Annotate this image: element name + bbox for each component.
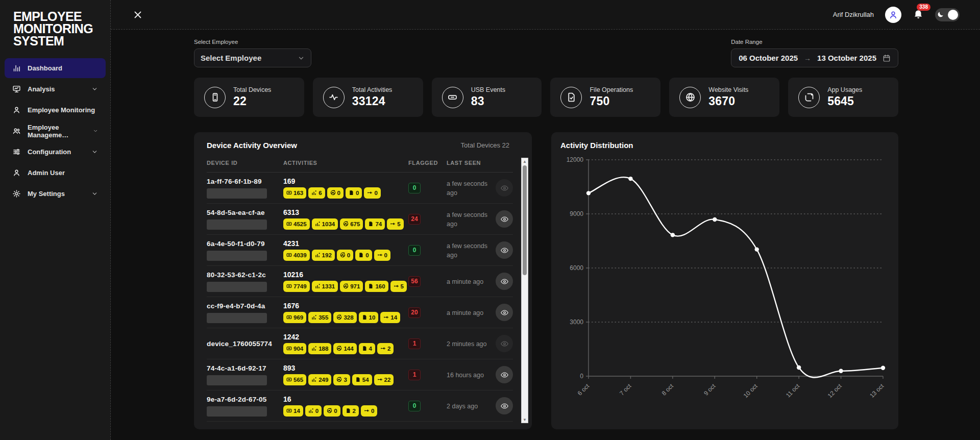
eye-icon: [500, 402, 509, 410]
table-row: 6a-4e-50-f1-d0-79423140391920000a few se…: [207, 235, 513, 266]
activities-total: 893: [283, 364, 408, 372]
stat-label: Total Devices: [233, 86, 271, 93]
pulse-icon: [323, 87, 345, 108]
sidebar-item-analysis[interactable]: Analysis: [5, 79, 106, 99]
sidebar-item-my-settings[interactable]: My Settings: [5, 184, 106, 204]
badge-value: 2: [387, 346, 390, 352]
stat-text: Total Activities33124: [352, 86, 393, 108]
actions-cell: [496, 335, 513, 352]
person-icon: [12, 168, 21, 177]
column-header-activities: Activities: [283, 160, 408, 166]
eye-icon: [500, 308, 509, 317]
actions-cell: [496, 397, 513, 414]
device-id: 54-8d-5a-ea-cf-ae: [207, 209, 283, 216]
view-device-button[interactable]: [496, 273, 513, 290]
keystrokes-badge: 4525: [283, 218, 310, 230]
activities-cell: 10216774913319711605: [283, 271, 408, 292]
chart-point[interactable]: [755, 247, 759, 251]
chart-point[interactable]: [586, 191, 591, 195]
sidebar-item-admin-user[interactable]: Admin User: [5, 163, 106, 183]
view-device-button[interactable]: [496, 366, 513, 383]
sliders-icon: [12, 148, 21, 156]
badge-value: 0: [365, 252, 369, 258]
keystrokes-icon: [286, 219, 292, 229]
badge-value: 249: [318, 377, 328, 383]
notification-badge: 338: [917, 4, 930, 11]
website-badge: 3: [333, 374, 350, 385]
activity-line-chart: 0300060009000120006 oct7 oct8 oct9 oct10…: [560, 152, 889, 418]
actions-cell: [496, 366, 513, 383]
last-seen-text: a few seconds ago: [447, 180, 487, 197]
chart-point[interactable]: [881, 366, 885, 370]
theme-toggle[interactable]: [935, 8, 960, 21]
activities-cell: 1691636000: [283, 177, 408, 199]
device-id-cell: 6a-4e-50-f1-d0-79: [207, 240, 283, 261]
stat-value: 33124: [352, 94, 393, 108]
flagged-cell: 0: [408, 401, 447, 411]
view-device-button[interactable]: [496, 241, 513, 259]
app-usage-icon: [311, 313, 317, 322]
axis-tick-label: 12 oct: [826, 382, 843, 399]
flagged-badge: 56: [408, 276, 421, 287]
sidebar-item-label: Dashboard: [28, 64, 62, 72]
scrollbar-thumb[interactable]: [523, 165, 527, 275]
table-row: 1a-ff-76-6f-1b-8916916360000a few second…: [207, 173, 513, 204]
device-id-cell: cc-f9-e4-b7-0d-4a: [207, 302, 283, 323]
usb-badge: 5: [387, 218, 403, 230]
sidebar-item-employee-manageme[interactable]: Employee Manageme…: [5, 121, 106, 141]
person-icon: [12, 106, 21, 114]
website-badge: 0: [337, 250, 353, 261]
device-id-cell: 80-32-53-62-c1-2c: [207, 271, 283, 292]
scroll-down-arrow[interactable]: ▼: [522, 417, 528, 423]
globe-icon: [679, 87, 701, 108]
table-row: 80-32-53-62-c1-2c1021677491331971160556a…: [207, 266, 513, 297]
keystrokes-badge: 565: [283, 374, 306, 385]
view-device-button[interactable]: [496, 335, 513, 352]
chevron-down-icon: [91, 190, 98, 197]
app-usage-icon: [311, 344, 317, 353]
file-badge: 0: [346, 187, 362, 199]
sidebar-item-dashboard[interactable]: Dashboard: [5, 58, 106, 78]
last-seen-text: a minute ago: [447, 278, 483, 285]
device-id-cell: 9e-a7-6d-2d-67-05: [207, 396, 283, 417]
last-seen-text: a few seconds ago: [447, 242, 487, 259]
usb-badge: 0: [364, 187, 380, 199]
sidebar-item-employee-monitoring[interactable]: Employee Monitoring: [5, 100, 106, 120]
usb-badge: 22: [374, 374, 394, 385]
chart-point[interactable]: [628, 177, 632, 181]
chart-point[interactable]: [713, 217, 717, 222]
chart-point[interactable]: [671, 233, 675, 237]
website-icon: [327, 406, 332, 415]
app-usage-badge: 6: [308, 187, 325, 199]
keystrokes-badge: 969: [283, 312, 306, 323]
sidebar-item-configuration[interactable]: Configuration: [5, 142, 106, 162]
badge-value: 5: [401, 283, 404, 289]
axis-tick-label: 6000: [570, 264, 583, 272]
website-badge: 0: [324, 405, 340, 417]
badge-value: 74: [375, 221, 382, 227]
employee-name-placeholder: [207, 219, 267, 230]
calendar-icon: [883, 54, 891, 62]
view-device-button[interactable]: [496, 210, 513, 228]
activities-total: 1242: [283, 333, 408, 341]
file-check-icon: [560, 87, 582, 108]
activities-cell: 16769693553281014: [283, 302, 408, 323]
table-scrollbar[interactable]: ▲ ▼: [521, 158, 528, 423]
scroll-up-arrow[interactable]: ▲: [522, 158, 528, 164]
view-device-button[interactable]: [496, 304, 513, 321]
employee-filter: Select Employee Select Employee: [194, 39, 311, 67]
view-device-button[interactable]: [496, 397, 513, 414]
avatar[interactable]: [885, 7, 901, 23]
chart-point[interactable]: [797, 365, 801, 370]
close-sidebar-button[interactable]: [132, 9, 143, 20]
app-usage-badge: 0: [305, 405, 322, 417]
app-usage-badge: 192: [312, 250, 335, 261]
axis-tick-label: 9000: [570, 210, 583, 217]
notifications-button[interactable]: 338: [913, 8, 924, 21]
device-id-cell: 74-4c-a1-6d-92-17: [207, 364, 283, 385]
file-icon: [362, 313, 368, 322]
chart-point[interactable]: [839, 369, 843, 373]
view-device-button[interactable]: [496, 179, 513, 197]
date-range-picker[interactable]: 06 October 2025 → 13 October 2025: [731, 48, 898, 67]
select-employee-dropdown[interactable]: Select Employee: [194, 48, 311, 67]
